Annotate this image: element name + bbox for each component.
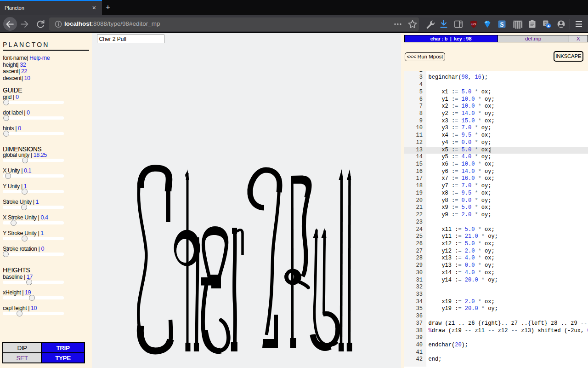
svg-text:uO: uO <box>471 23 476 26</box>
svg-text:S: S <box>500 21 503 28</box>
svg-text:A: A <box>547 24 550 28</box>
